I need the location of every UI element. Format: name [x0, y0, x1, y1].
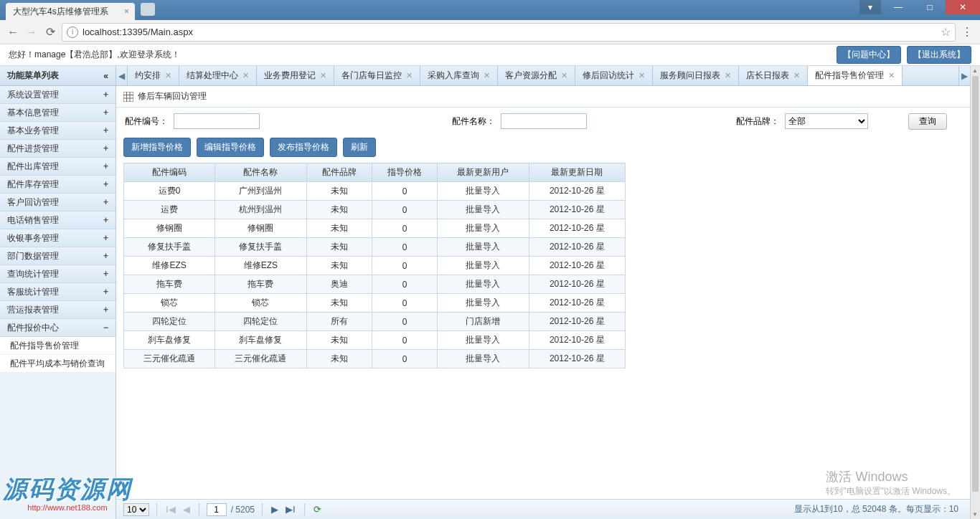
menu-icon[interactable]: ⋮	[960, 25, 974, 39]
table-row[interactable]: 三元催化疏通三元催化疏通未知0批量导入2012-10-26 星	[124, 350, 626, 368]
table-cell: 2012-10-26 星	[529, 350, 625, 368]
vertical-scrollbar[interactable]	[970, 66, 980, 519]
sidebar-item[interactable]: 配件进货管理+	[0, 140, 116, 158]
user-icon[interactable]: ▾	[859, 0, 881, 14]
table-cell: 未知	[306, 331, 372, 350]
filter-brand-select[interactable]: 全部	[785, 113, 868, 129]
forward-button[interactable]: →	[24, 26, 39, 39]
table-row[interactable]: 拖车费拖车费奥迪0批量导入2012-10-26 星	[124, 275, 626, 294]
column-header[interactable]: 配件名称	[215, 163, 306, 182]
logout-button[interactable]: 【退出系统】	[907, 46, 971, 64]
next-page-button[interactable]: ▶	[270, 504, 280, 515]
sidebar-item[interactable]: 收银事务管理+	[0, 229, 116, 247]
table-row[interactable]: 运费杭州到温州未知0批量导入2012-10-26 星	[124, 201, 626, 219]
content-tab[interactable]: 店长日报表✕	[739, 66, 808, 85]
sidebar-item[interactable]: 营运报表管理+	[0, 301, 116, 319]
tab-close-icon[interactable]: ✕	[793, 71, 800, 80]
table-cell: 0	[372, 182, 437, 201]
collapse-sidebar-icon[interactable]: «	[103, 71, 108, 81]
tab-close-icon[interactable]: ✕	[320, 71, 326, 80]
table-row[interactable]: 修钢圈修钢圈未知0批量导入2012-10-26 星	[124, 219, 626, 238]
sidebar-item[interactable]: 基本业务管理+	[0, 122, 116, 140]
content-tab[interactable]: 配件指导售价管理✕	[808, 66, 903, 85]
column-header[interactable]: 配件编码	[124, 163, 215, 182]
content-tab[interactable]: 服务顾问日报表✕	[653, 66, 739, 85]
action-row: 新增指导价格 编辑指导价格 发布指导价格 刷新	[116, 135, 970, 163]
tab-close-icon[interactable]: ✕	[639, 71, 645, 80]
window-close-button[interactable]: ✕	[946, 0, 980, 14]
close-icon[interactable]: ×	[124, 6, 129, 16]
tab-close-icon[interactable]: ✕	[242, 71, 249, 80]
tab-label: 店长日报表	[746, 70, 789, 82]
sidebar-item-label: 配件库存管理	[7, 178, 59, 191]
new-tab-button[interactable]	[141, 3, 155, 16]
column-header[interactable]: 最新更新日期	[529, 163, 625, 182]
content-tab[interactable]: 修后回访统计✕	[575, 66, 653, 85]
tab-scroll-right[interactable]: ▶	[958, 66, 970, 85]
pager-refresh-button[interactable]: ⟳	[312, 504, 323, 515]
sidebar-item[interactable]: 基本信息管理+	[0, 104, 116, 122]
table-cell: 2012-10-26 星	[529, 257, 625, 275]
refresh-button[interactable]: 刷新	[343, 138, 376, 157]
content-tab[interactable]: 业务费用登记✕	[257, 66, 334, 85]
maximize-button[interactable]: □	[914, 0, 946, 14]
content-tab[interactable]: 采购入库查询✕	[420, 66, 498, 85]
sidebar-subitem[interactable]: 配件指导售价管理	[0, 337, 116, 355]
tab-close-icon[interactable]: ✕	[561, 71, 567, 80]
query-button[interactable]: 查询	[908, 113, 947, 130]
tab-close-icon[interactable]: ✕	[484, 71, 490, 80]
last-page-button[interactable]: ▶I	[284, 504, 297, 515]
content-tab[interactable]: 各门店每日监控✕	[334, 66, 420, 85]
table-row[interactable]: 维修EZS维修EZS未知0批量导入2012-10-26 星	[124, 257, 626, 275]
browser-tab[interactable]: 大型汽车4s店维修管理系 ×	[6, 3, 135, 20]
table-row[interactable]: 刹车盘修复刹车盘修复未知0批量导入2012-10-26 星	[124, 331, 626, 350]
plus-icon: +	[103, 287, 108, 297]
column-header[interactable]: 指导价格	[372, 163, 437, 182]
content-tab[interactable]: 结算处理中心✕	[179, 66, 257, 85]
filter-code-input[interactable]	[174, 113, 260, 129]
table-cell: 0	[372, 313, 437, 331]
bookmark-icon[interactable]: ☆	[941, 25, 951, 39]
sidebar-item[interactable]: 配件出库管理+	[0, 158, 116, 176]
tab-close-icon[interactable]: ✕	[725, 71, 731, 80]
back-button[interactable]: ←	[6, 26, 20, 39]
table-row[interactable]: 四轮定位四轮定位所有0门店新增2012-10-26 星	[124, 313, 626, 331]
tab-scroll-left[interactable]: ◀	[116, 66, 128, 85]
tab-close-icon[interactable]: ✕	[888, 71, 895, 80]
sidebar-item[interactable]: 查询统计管理+	[0, 265, 116, 283]
content-tab[interactable]: 约安排✕	[128, 66, 179, 85]
sidebar-item[interactable]: 客户回访管理+	[0, 194, 116, 211]
first-page-button[interactable]: I◀	[164, 504, 177, 515]
sidebar-item[interactable]: 配件报价中心−	[0, 319, 116, 337]
sidebar-item[interactable]: 部门数据管理+	[0, 247, 116, 265]
sidebar-item[interactable]: 客服统计管理+	[0, 283, 116, 301]
prev-page-button[interactable]: ◀	[182, 504, 192, 515]
sidebar-item[interactable]: 系统设置管理+	[0, 86, 116, 104]
scrollbar-thumb[interactable]	[972, 76, 979, 492]
column-header[interactable]: 最新更新用户	[438, 163, 529, 182]
sidebar-item[interactable]: 电话销售管理+	[0, 211, 116, 229]
table-row[interactable]: 修复扶手盖修复扶手盖未知0批量导入2012-10-26 星	[124, 238, 626, 257]
reload-button[interactable]: ⟳	[43, 25, 57, 39]
table-cell: 三元催化疏通	[215, 350, 306, 368]
tab-close-icon[interactable]: ✕	[406, 71, 413, 80]
site-info-icon[interactable]: i	[67, 27, 78, 38]
sidebar-item-label: 部门数据管理	[7, 250, 59, 262]
issue-center-button[interactable]: 【问题中心】	[837, 46, 901, 64]
tab-close-icon[interactable]: ✕	[165, 71, 171, 80]
filter-name-input[interactable]	[501, 113, 587, 129]
page-input[interactable]	[207, 503, 227, 516]
publish-price-button[interactable]: 发布指导价格	[270, 138, 337, 157]
content-tab[interactable]: 客户资源分配✕	[498, 66, 575, 85]
table-row[interactable]: 运费0广州到温州未知0批量导入2012-10-26 星	[124, 182, 626, 201]
edit-price-button[interactable]: 编辑指导价格	[197, 138, 264, 157]
url-input[interactable]: i localhost:13395/Main.aspx ☆	[62, 23, 956, 42]
page-size-select[interactable]: 10	[123, 503, 149, 516]
table-cell: 三元催化疏通	[124, 350, 215, 368]
table-row[interactable]: 锁芯锁芯未知0批量导入2012-10-26 星	[124, 294, 626, 313]
new-price-button[interactable]: 新增指导价格	[123, 138, 191, 157]
sidebar-item[interactable]: 配件库存管理+	[0, 176, 116, 194]
sidebar-subitem[interactable]: 配件平均成本与销价查询	[0, 355, 116, 373]
minimize-button[interactable]: —	[882, 0, 914, 14]
column-header[interactable]: 配件品牌	[306, 163, 372, 182]
